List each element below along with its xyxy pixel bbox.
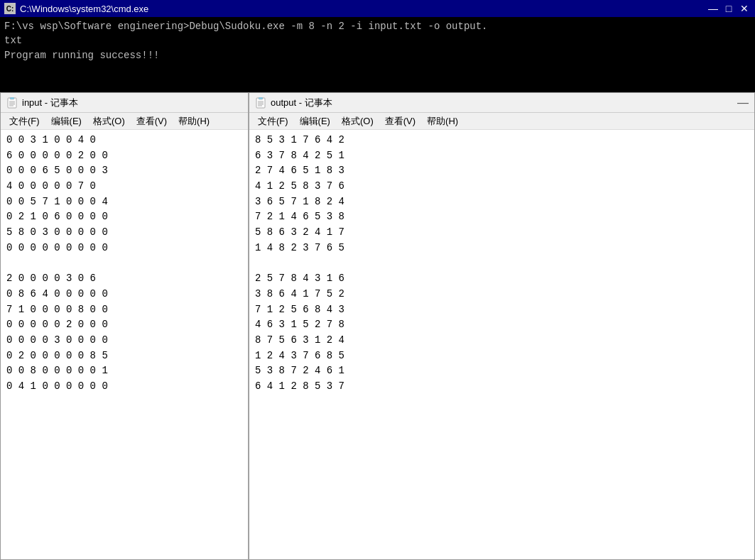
- input-notepad: input - 记事本 文件(F) 编辑(E) 格式(O) 查看(V) 帮助(H…: [0, 92, 249, 560]
- input-menu-view[interactable]: 查看(V): [131, 114, 173, 129]
- cmd-icon: C:: [4, 3, 16, 14]
- input-notepad-menubar: 文件(F) 编辑(E) 格式(O) 查看(V) 帮助(H): [1, 113, 248, 130]
- input-notepad-titlebar-left: input - 记事本: [6, 97, 78, 109]
- cmd-titlebar: C: C:\Windows\system32\cmd.exe — □ ✕: [0, 0, 755, 17]
- cmd-close-btn[interactable]: ✕: [738, 3, 751, 14]
- cmd-window: C: C:\Windows\system32\cmd.exe — □ ✕ F:\…: [0, 0, 755, 92]
- notepad-icon: [6, 97, 18, 109]
- output-notepad-title: output - 记事本: [271, 97, 332, 109]
- cmd-title: C:\Windows\system32\cmd.exe: [20, 4, 148, 14]
- output-menu-edit[interactable]: 编辑(E): [294, 114, 336, 129]
- input-menu-file[interactable]: 文件(F): [4, 114, 45, 129]
- input-menu-edit[interactable]: 编辑(E): [45, 114, 87, 129]
- output-menu-help[interactable]: 帮助(H): [421, 114, 464, 129]
- cmd-titlebar-buttons: — □ ✕: [707, 3, 751, 14]
- cmd-maximize-btn[interactable]: □: [722, 3, 735, 14]
- input-notepad-titlebar: input - 记事本: [1, 93, 248, 113]
- cmd-line2: txt: [4, 34, 751, 48]
- cmd-line3: Program running success!!!: [4, 49, 751, 63]
- output-menu-view[interactable]: 查看(V): [379, 114, 421, 129]
- cmd-line1: F:\vs wsp\Software engineering>Debug\Sud…: [4, 20, 751, 34]
- input-notepad-title: input - 记事本: [22, 97, 78, 109]
- svg-rect-1: [10, 97, 14, 99]
- output-minimize-btn[interactable]: —: [737, 97, 749, 109]
- output-notepad-titlebar-left: output - 记事本: [255, 97, 332, 109]
- output-notepad-menubar: 文件(F) 编辑(E) 格式(O) 查看(V) 帮助(H): [249, 113, 754, 130]
- output-notepad: output - 记事本 — 文件(F) 编辑(E) 格式(O) 查看(V) 帮…: [249, 92, 755, 560]
- cmd-titlebar-left: C: C:\Windows\system32\cmd.exe: [4, 3, 148, 14]
- input-notepad-content[interactable]: 0 0 3 1 0 0 4 0 6 0 0 0 0 0 2 0 0 0 0 0 …: [1, 130, 248, 559]
- output-notepad-content[interactable]: 8 5 3 1 7 6 4 2 6 3 7 8 4 2 5 1 2 7 4 6 …: [249, 130, 754, 559]
- notepads-row: input - 记事本 文件(F) 编辑(E) 格式(O) 查看(V) 帮助(H…: [0, 92, 755, 560]
- output-menu-format[interactable]: 格式(O): [336, 114, 379, 129]
- cmd-minimize-btn[interactable]: —: [707, 3, 719, 14]
- input-menu-format[interactable]: 格式(O): [87, 114, 131, 129]
- input-menu-help[interactable]: 帮助(H): [173, 114, 215, 129]
- output-notepad-titlebar: output - 记事本 —: [249, 93, 754, 113]
- svg-rect-7: [259, 97, 263, 99]
- output-notepad-icon: [255, 97, 266, 109]
- cmd-content: F:\vs wsp\Software engineering>Debug\Sud…: [0, 17, 755, 66]
- output-menu-file[interactable]: 文件(F): [252, 114, 294, 129]
